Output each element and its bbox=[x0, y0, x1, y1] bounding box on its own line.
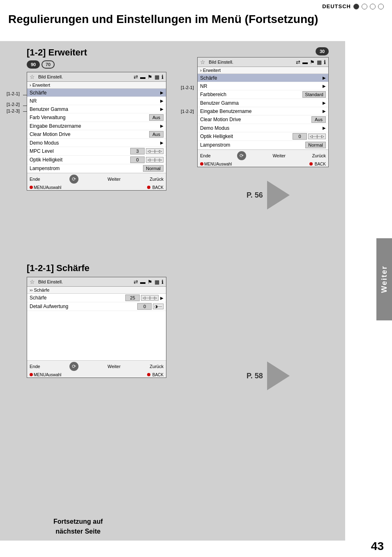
arrow2-shape bbox=[267, 361, 290, 390]
section3-row-1-label: Detail Aufwertung bbox=[30, 304, 137, 309]
section2-menu-icon: ☆ bbox=[200, 59, 205, 65]
icon-arrows-2: ⇄ bbox=[296, 59, 300, 65]
icon-grid-2: ▦ bbox=[317, 59, 322, 65]
section2-menu-header: ☆ Bild Einstell. ⇄ ▬ ⚑ ▦ ℹ bbox=[198, 58, 328, 67]
icon-flag: ⚑ bbox=[148, 74, 152, 80]
section2-row-3-label: Benutzer Gamma bbox=[200, 100, 321, 106]
section1-row-8-slider: ◁·····|·····▷ bbox=[146, 157, 164, 163]
section2-row-1[interactable]: NR ▶ bbox=[198, 82, 328, 90]
section3-row-1-slider: ◑····· bbox=[153, 304, 164, 309]
arrow2-label: P. 58 bbox=[247, 372, 263, 380]
section2-row-2[interactable]: Farbbereich Standard bbox=[198, 90, 328, 99]
icon-grid-3: ▦ bbox=[154, 279, 159, 285]
section2-row-5[interactable]: Clear Motion Drive Aus bbox=[198, 115, 328, 124]
section1-header-icons: ⇄ ▬ ⚑ ▦ ℹ bbox=[134, 74, 164, 80]
section2-breadcrumb: › Erweitert bbox=[198, 67, 328, 74]
icon-minus-3: ▬ bbox=[140, 279, 145, 285]
section3-footer-icon: ⟳ bbox=[69, 362, 78, 371]
section1-row-8-value: 0 bbox=[130, 157, 145, 163]
section1-row-5-value: Aus bbox=[149, 131, 164, 138]
label-1-2-1-left: [1-2-1] bbox=[7, 91, 20, 96]
label-1-2-2-left: [1-2-2] bbox=[7, 102, 20, 107]
section2-row-5-value: Aus bbox=[311, 116, 326, 123]
section1-row-8-label: Optik Helligkeit bbox=[30, 157, 130, 163]
section1-row-0[interactable]: Schärfe ▶ bbox=[27, 89, 166, 97]
badge-70: 70 bbox=[42, 60, 55, 69]
section2-row-6-label: Demo Modus bbox=[200, 125, 321, 131]
label-1-2-2-right: [1-2-2] bbox=[181, 109, 194, 114]
section1-row-3[interactable]: Farb Verwaltung Aus bbox=[27, 113, 166, 122]
section2-row-8-label: Lampenstrom bbox=[200, 142, 305, 148]
section1-row-0-label: Schärfe bbox=[30, 90, 159, 96]
icon-grid: ▦ bbox=[154, 74, 159, 80]
section2-footer-weiter: Weiter bbox=[272, 153, 286, 158]
section2-row-3[interactable]: Benutzer Gamma ▶ bbox=[198, 99, 328, 107]
section1-menu-header: ☆ Bild Einstell. ⇄ ▬ ⚑ ▦ ℹ bbox=[27, 72, 166, 82]
section3-menu-header: ☆ Bild Einstell. ⇄ ▬ ⚑ ▦ ℹ bbox=[27, 277, 166, 287]
section1-row-4-label: Eingabe Benutzername bbox=[30, 123, 159, 129]
section2-row-7-label: Optik Helligkeit bbox=[200, 133, 293, 139]
arrow2-container: P. 58 bbox=[247, 361, 290, 390]
section1-bild-einstell: Bild Einstell. bbox=[38, 74, 63, 79]
section3-row-0-arrow: ▶ bbox=[160, 296, 164, 300]
section1-menu-footer: Ende ⟳ Weiter Zurück bbox=[27, 173, 166, 185]
bullet-red-2 bbox=[147, 186, 150, 189]
section3-menu-footer: Ende ⟳ Weiter Zurück bbox=[27, 360, 166, 372]
section3-menu-label: MENUAuswahl bbox=[30, 373, 61, 377]
label-1-2-3-left: [1-2-3] bbox=[7, 108, 20, 113]
section2-row-0[interactable]: Schärfe ▶ bbox=[198, 74, 328, 82]
connector-3 bbox=[23, 111, 27, 112]
icon-info-3: ℹ bbox=[161, 279, 164, 285]
badge-30: 30 bbox=[316, 47, 329, 55]
bullet-red-1 bbox=[30, 186, 33, 189]
section2-header-icons: ⇄ ▬ ⚑ ▦ ℹ bbox=[296, 59, 326, 65]
section2-bild-einstell: Bild Einstell. bbox=[209, 60, 233, 64]
section1-row-7[interactable]: MPC Level 3 ◁·····|·····▷ bbox=[27, 147, 166, 156]
section2: 30 ☆ Bild Einstell. ⇄ ▬ ⚑ ▦ ℹ › Erweiter… bbox=[197, 47, 329, 167]
section1-row-2[interactable]: Benutzer Gamma ▶ bbox=[27, 105, 166, 113]
lang-dot-2 bbox=[362, 4, 367, 9]
section3-breadcrumb: ›› Schärfe bbox=[27, 287, 166, 294]
section3-row-0-label: Schärfe bbox=[30, 295, 125, 301]
section3-row-0[interactable]: Schärfe 25 ◁·····|·····▷ ▶ bbox=[27, 294, 166, 302]
section1-badges: 90 70 bbox=[27, 60, 166, 69]
bullet-red-6 bbox=[147, 373, 150, 376]
section1-row-2-label: Benutzer Gamma bbox=[30, 106, 159, 112]
section2-row-0-label: Schärfe bbox=[200, 75, 321, 81]
section2-row-5-label: Clear Motion Drive bbox=[200, 117, 311, 122]
section3-row-1[interactable]: Detail Aufwertung 0 ◑····· bbox=[27, 302, 166, 311]
section2-row-7[interactable]: Optik Helligkeit 0 ◁·····|·····▷ bbox=[198, 132, 328, 141]
section2-row-2-label: Farbbereich bbox=[200, 92, 302, 97]
section2-row-4[interactable]: Eingabe Benutzername ▶ bbox=[198, 107, 328, 115]
section2-row-6[interactable]: Demo Modus ▶ bbox=[198, 124, 328, 132]
section1-row-1[interactable]: NR ▶ bbox=[27, 97, 166, 105]
section1-row-9[interactable]: Lampenstrom Normal bbox=[27, 164, 166, 173]
icon-arrows: ⇄ bbox=[134, 74, 138, 80]
language-bar: DEUTSCH bbox=[322, 3, 384, 9]
bullet-red-3 bbox=[200, 162, 203, 166]
arrow1-shape bbox=[267, 181, 290, 209]
arrow1-container: P. 56 bbox=[247, 181, 290, 209]
section1-row-1-label: NR bbox=[30, 98, 159, 104]
section1: [1-2] Erweitert 90 70 ☆ Bild Einstell. ⇄… bbox=[27, 47, 166, 191]
section1-row-4[interactable]: Eingabe Benutzername ▶ bbox=[27, 122, 166, 130]
connector-1 bbox=[23, 95, 27, 95]
language-label: DEUTSCH bbox=[322, 3, 351, 9]
section1-row-8[interactable]: Optik Helligkeit 0 ◁·····|·····▷ bbox=[27, 156, 166, 164]
bullet-red-5 bbox=[30, 373, 33, 376]
section1-row-9-value: Normal bbox=[143, 165, 164, 172]
lang-dot-1 bbox=[353, 4, 359, 9]
section2-menu-footer: Ende ⟳ Weiter Zurück bbox=[198, 150, 328, 161]
section1-row-6-label: Demo Modus bbox=[30, 140, 159, 146]
icon-arrows-3: ⇄ bbox=[134, 279, 138, 285]
section1-row-4-arrow: ▶ bbox=[160, 124, 164, 128]
section3-spacer bbox=[27, 311, 166, 360]
page-title: Regulierungen und Einstellungen im Menü … bbox=[8, 12, 384, 26]
section1-row-6[interactable]: Demo Modus ▶ bbox=[27, 139, 166, 147]
section1-row-5[interactable]: Clear Motion Drive Aus bbox=[27, 130, 166, 139]
section1-footer-weiter: Weiter bbox=[108, 177, 121, 182]
section1-menu-label: MENUAuswahl bbox=[30, 185, 61, 190]
badge-90: 90 bbox=[27, 60, 40, 69]
section2-row-8[interactable]: Lampenstrom Normal bbox=[198, 141, 328, 150]
icon-flag-3: ⚑ bbox=[148, 279, 152, 285]
